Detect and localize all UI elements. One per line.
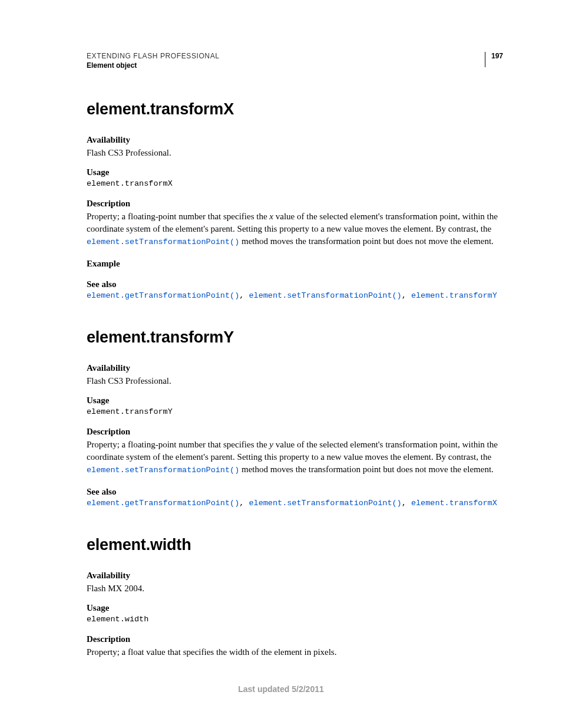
desc-var: x [269,212,273,221]
seealso-link[interactable]: element.getTransformationPoint() [87,499,239,508]
subhead-description: Description [87,199,503,209]
subhead-description: Description [87,427,503,437]
desc-pre: Property; a floating-point number that s… [87,212,269,221]
subhead-availability: Availability [87,135,503,145]
subhead-seealso: See also [87,487,503,497]
description-text: Property; a float value that specifies t… [87,646,503,658]
usage-code: element.transformX [87,179,503,188]
subhead-usage: Usage [87,396,503,406]
topic-heading: element.transformX [87,100,503,118]
seealso-links: element.getTransformationPoint(), elemen… [87,499,503,508]
subhead-availability: Availability [87,571,503,581]
seealso-link[interactable]: element.setTransformationPoint() [249,499,401,508]
page-number: 197 [485,52,503,67]
usage-code: element.width [87,615,503,624]
availability-text: Flash CS3 Professional. [87,147,503,159]
page: EXTENDING FLASH PROFESSIONAL Element obj… [0,0,562,728]
topic-heading: element.width [87,536,503,554]
breadcrumb: EXTENDING FLASH PROFESSIONAL [87,52,480,60]
description-text: Property; a floating-point number that s… [87,210,503,248]
header-left: EXTENDING FLASH PROFESSIONAL Element obj… [87,52,480,70]
desc-post: method moves the transformation point bu… [239,465,494,474]
subhead-seealso: See also [87,279,503,289]
seealso-links: element.getTransformationPoint(), elemen… [87,291,503,300]
desc-var: y [269,440,273,449]
desc-pre: Property; a floating-point number that s… [87,440,269,449]
sep: , [239,291,249,300]
header-section: Element object [87,61,480,70]
sep: , [239,499,249,508]
footer-updated: Last updated 5/2/2011 [0,684,562,694]
desc-post: method moves the transformation point bu… [239,236,494,246]
subhead-usage: Usage [87,603,503,613]
topic-heading: element.transformY [87,328,503,347]
subhead-availability: Availability [87,363,503,373]
availability-text: Flash CS3 Professional. [87,375,503,387]
subhead-example: Example [87,259,503,269]
desc-link[interactable]: element.setTransformationPoint() [87,466,239,475]
usage-code: element.transformY [87,407,503,416]
subhead-usage: Usage [87,167,503,177]
seealso-link[interactable]: element.transformX [411,499,497,508]
page-header: EXTENDING FLASH PROFESSIONAL Element obj… [87,52,503,70]
seealso-link[interactable]: element.setTransformationPoint() [249,291,401,300]
seealso-link[interactable]: element.getTransformationPoint() [87,291,239,300]
subhead-description: Description [87,634,503,644]
description-text: Property; a floating-point number that s… [87,439,503,476]
seealso-link[interactable]: element.transformY [411,291,497,300]
desc-link[interactable]: element.setTransformationPoint() [87,238,239,246]
sep: , [402,291,411,300]
sep: , [402,499,411,508]
availability-text: Flash MX 2004. [87,582,503,595]
